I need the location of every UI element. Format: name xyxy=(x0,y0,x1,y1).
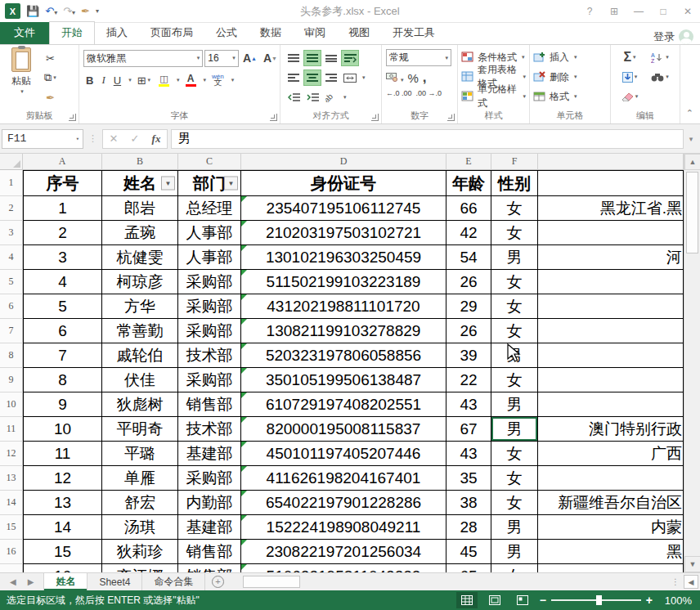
column-header-E[interactable]: E xyxy=(446,154,491,170)
cell-dept[interactable]: 采购部 xyxy=(178,466,241,491)
filter-dropdown-icon[interactable]: ▼ xyxy=(161,177,175,191)
fill-color-button[interactable]: ◫ xyxy=(156,71,172,89)
cell-age[interactable]: 67 xyxy=(446,417,491,442)
row-header-5[interactable]: 5 xyxy=(0,270,23,294)
next-sheet-icon[interactable]: ▶ xyxy=(28,577,34,586)
column-header-B[interactable]: B xyxy=(102,154,178,170)
font-color-caret-icon[interactable]: ▾ xyxy=(204,77,207,83)
cell-id[interactable]: 152224198908049211 xyxy=(241,515,446,540)
sign-in[interactable]: 登录 xyxy=(653,29,700,44)
font-color-button[interactable]: A xyxy=(183,71,199,89)
ribbon-tab-审阅[interactable]: 审阅 xyxy=(293,22,337,44)
cell-extra[interactable]: 黑龙江省.黑 xyxy=(538,196,684,221)
header-cell-部门[interactable]: 部门▼ xyxy=(178,170,241,196)
ribbon-tab-开发工具[interactable]: 开发工具 xyxy=(381,22,446,44)
cell-id[interactable]: 610729197408202551 xyxy=(241,392,446,417)
cell-id[interactable]: 511502199103223189 xyxy=(241,270,446,294)
underline-button[interactable]: U xyxy=(111,71,123,89)
number-format-combo[interactable]: 常规 ▾ xyxy=(386,49,451,66)
cell-name[interactable]: 狄莉珍 xyxy=(102,540,178,564)
row-header-3[interactable]: 3 xyxy=(0,221,23,245)
header-cell-身份证号[interactable]: 身份证号 xyxy=(241,170,446,196)
cut-button[interactable]: ✂ xyxy=(42,49,59,67)
cell-id[interactable]: 230822197201256034 xyxy=(241,540,446,564)
borders-button[interactable]: ⊞▾ xyxy=(135,71,153,89)
column-header-g[interactable] xyxy=(538,154,684,170)
row-header-1[interactable]: 1 xyxy=(0,170,23,196)
zoom-level[interactable]: 100% xyxy=(659,594,692,607)
format-painter-icon[interactable]: ✒ xyxy=(81,6,90,16)
cell-name[interactable]: 孟琬 xyxy=(102,221,178,245)
cell-name[interactable]: 郎岩 xyxy=(102,196,178,221)
cell-extra[interactable] xyxy=(538,368,684,392)
cell-name[interactable]: 汤琪 xyxy=(102,515,178,540)
phonetic-guide-button[interactable]: wén 文 xyxy=(209,71,227,89)
cell-name[interactable]: 单雁 xyxy=(102,466,178,491)
cell-dept[interactable]: 技术部 xyxy=(178,417,241,442)
delete-cells-button[interactable]: 删除▾ xyxy=(530,67,610,87)
row-header-9[interactable]: 9 xyxy=(0,368,23,392)
grow-font-button[interactable]: A▲ xyxy=(240,49,259,67)
cell-gender[interactable]: 女 xyxy=(491,466,538,491)
cell-gender[interactable]: 女 xyxy=(491,196,538,221)
cell-id[interactable]: 820000195008115837 xyxy=(241,417,446,442)
selected-cell-F11[interactable]: 男 xyxy=(491,417,538,442)
cell-id[interactable]: 520323197806058856 xyxy=(241,343,446,368)
cell-num[interactable]: 16 xyxy=(23,564,102,572)
column-header-D[interactable]: D xyxy=(241,154,446,170)
page-layout-view-button[interactable] xyxy=(484,592,505,608)
header-cell-性别[interactable]: 性别 xyxy=(491,170,538,196)
row-header-16[interactable]: 16 xyxy=(0,540,23,564)
cell-dept[interactable]: 采购部 xyxy=(178,319,241,343)
orientation-caret-icon[interactable]: ▾ xyxy=(343,94,347,101)
row-header-15[interactable]: 15 xyxy=(0,515,23,540)
filter-dropdown-icon[interactable]: ▼ xyxy=(224,177,238,191)
select-all-corner[interactable] xyxy=(0,154,23,170)
scroll-up-icon[interactable]: ▲ xyxy=(684,154,700,170)
cell-age[interactable]: 26 xyxy=(446,319,491,343)
fill-button[interactable]: ▾ xyxy=(616,68,644,86)
cell-num[interactable]: 4 xyxy=(23,270,102,294)
ribbon-tab-插入[interactable]: 插入 xyxy=(95,22,139,44)
cell-dept[interactable]: 内勤部 xyxy=(178,491,241,515)
cell-name[interactable]: 柯琼彦 xyxy=(102,270,178,294)
ribbon-options-icon[interactable]: ⊞ xyxy=(602,1,626,22)
cell-gender[interactable]: 女 xyxy=(491,221,538,245)
format-cells-button[interactable]: 格式▾ xyxy=(530,87,610,106)
cell-id[interactable]: 210203197503102721 xyxy=(241,221,446,245)
cell-num[interactable]: 15 xyxy=(23,540,102,564)
header-cell-序号[interactable]: 序号 xyxy=(23,170,102,196)
cell-extra[interactable]: 新疆维吾尔自治区 xyxy=(538,491,684,515)
cell-num[interactable]: 3 xyxy=(23,245,102,270)
cell-gender[interactable]: 男 xyxy=(491,245,538,270)
help-icon[interactable]: ? xyxy=(577,1,602,22)
cell-name[interactable]: 狄彪树 xyxy=(102,392,178,417)
name-box[interactable]: F11 ▾ xyxy=(2,129,83,149)
cell-name[interactable]: 齐江娜 xyxy=(102,564,178,572)
zoom-in-icon[interactable]: + xyxy=(646,594,653,607)
redo-icon[interactable]: ↷▾ xyxy=(63,6,75,16)
decrease-indent-button[interactable] xyxy=(285,90,302,105)
cell-dept[interactable]: 技术部 xyxy=(178,343,241,368)
cell-dept[interactable]: 总经理 xyxy=(178,196,241,221)
header-cell-姓名[interactable]: 姓名▼ xyxy=(102,170,178,196)
paste-button[interactable]: 粘贴 ▾ xyxy=(3,47,39,101)
prev-sheet-icon[interactable]: ◀ xyxy=(10,577,16,586)
cell-age[interactable]: 28 xyxy=(446,515,491,540)
accounting-format-button[interactable]: ▾ xyxy=(386,72,404,84)
cell-dept[interactable]: 人事部 xyxy=(178,245,241,270)
copy-button[interactable]: ⧉▾ xyxy=(42,69,59,87)
cell-gender[interactable]: 女 xyxy=(491,368,538,392)
align-bottom-button[interactable] xyxy=(323,51,339,65)
cell-age[interactable]: 29 xyxy=(446,294,491,319)
decrease-decimal-button[interactable]: .00 →.0 xyxy=(416,89,442,97)
orientation-button[interactable]: ab xyxy=(323,90,339,105)
formula-input[interactable]: 男 xyxy=(171,129,684,149)
collapse-ribbon-icon[interactable]: ⌃ xyxy=(686,108,693,119)
cell-id[interactable]: 510623195811042223 xyxy=(241,564,446,572)
font-dialog-launcher[interactable] xyxy=(270,114,277,121)
cell-name[interactable]: 平明奇 xyxy=(102,417,178,442)
align-middle-button[interactable] xyxy=(304,51,321,65)
ribbon-tab-开始[interactable]: 开始 xyxy=(49,21,95,44)
insert-function-icon[interactable]: fx xyxy=(146,132,167,146)
